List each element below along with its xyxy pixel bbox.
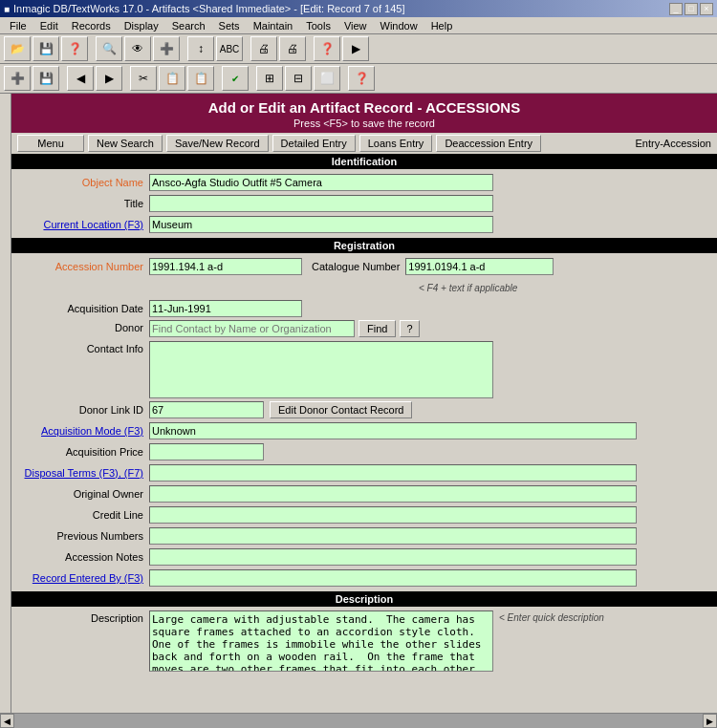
credit-line-label: Credit Line <box>15 509 149 521</box>
description-section-header: Description <box>11 591 717 607</box>
tb-print1-button[interactable]: 🖨 <box>250 36 277 61</box>
tb2-back-button[interactable]: ◀ <box>67 66 94 91</box>
minimize-button[interactable]: _ <box>669 3 683 15</box>
registration-section: Accession Number Catalogue Number < F4 +… <box>11 253 717 591</box>
description-textarea[interactable]: Large camera with adjustable stand. The … <box>149 610 493 672</box>
question-button[interactable]: ? <box>400 320 419 337</box>
record-entered-input[interactable] <box>149 569 637 587</box>
acquisition-date-label: Acquisition Date <box>15 303 149 314</box>
menu-edit[interactable]: Edit <box>34 19 64 32</box>
tb2-spell-button[interactable]: ✔ <box>222 66 249 91</box>
tb-search-button[interactable]: 🔍 <box>96 36 122 61</box>
scroll-right-button[interactable]: ▶ <box>703 714 717 728</box>
find-button[interactable]: Find <box>358 320 396 337</box>
title-bar: ■ Inmagic DB/TextWorks 17.0 - Artifacts … <box>0 0 717 17</box>
menu-window[interactable]: Window <box>375 19 424 32</box>
tb2-help3-button[interactable]: ❓ <box>348 66 375 91</box>
disposal-terms-label[interactable]: Disposal Terms (F3), (F7) <box>15 467 149 479</box>
tb-browse-button[interactable]: 👁 <box>124 36 151 61</box>
menu-button[interactable]: Menu <box>17 135 84 152</box>
window-title: Inmagic DB/TextWorks 17.0 - Artifacts <S… <box>13 3 404 14</box>
horizontal-scrollbar[interactable]: ◀ ▶ <box>0 713 717 728</box>
contact-info-label: Contact Info <box>15 341 149 354</box>
tb2-copy-button[interactable]: 📋 <box>159 66 185 91</box>
acquisition-price-input[interactable] <box>149 443 264 460</box>
acquisition-mode-input[interactable] <box>149 422 637 439</box>
title-label: Title <box>15 198 149 209</box>
tb-help-button[interactable]: ❓ <box>61 36 88 61</box>
tb2-new-button[interactable]: ➕ <box>4 66 31 91</box>
contact-info-textarea[interactable] <box>149 341 493 398</box>
description-section: Description Large camera with adjustable… <box>11 607 717 675</box>
tb2-save2-button[interactable]: 💾 <box>33 66 59 91</box>
accession-notes-input[interactable] <box>149 548 637 566</box>
title-input[interactable] <box>149 195 493 212</box>
current-location-label[interactable]: Current Location (F3) <box>15 219 149 230</box>
content-area[interactable]: Add or Edit an Artifact Record - ACCESSI… <box>11 94 717 713</box>
f4-hint: < F4 + text if applicable <box>419 283 517 293</box>
record-entered-label[interactable]: Record Entered By (F3) <box>15 572 149 584</box>
tb2-table1-button[interactable]: ⊞ <box>256 66 283 91</box>
object-name-input[interactable] <box>149 174 493 191</box>
menu-view[interactable]: View <box>338 19 373 32</box>
scroll-left-button[interactable]: ◀ <box>0 714 14 728</box>
credit-line-input[interactable] <box>149 506 637 524</box>
toolbar-row2: ➕ 💾 ◀ ▶ ✂ 📋 📋 ✔ ⊞ ⊟ ⬜ ❓ <box>0 64 717 94</box>
menu-file[interactable]: File <box>4 19 33 32</box>
catalogue-number-label: Catalogue Number <box>312 261 400 272</box>
object-name-label: Object Name <box>15 177 149 188</box>
menu-search[interactable]: Search <box>166 19 211 32</box>
donor-label: Donor <box>15 320 149 333</box>
current-location-input[interactable] <box>149 216 493 233</box>
tb-sort-button[interactable]: ↕ <box>187 36 214 61</box>
save-new-button[interactable]: Save/New Record <box>166 135 269 152</box>
action-buttons-row: Menu New Search Save/New Record Detailed… <box>17 135 541 152</box>
tb2-forward-button[interactable]: ▶ <box>96 66 122 91</box>
tb2-paste-button[interactable]: 📋 <box>187 66 214 91</box>
close-button[interactable]: × <box>700 3 713 15</box>
tb-print2-button[interactable]: 🖨 <box>279 36 306 61</box>
deaccession-entry-button[interactable]: Deaccession Entry <box>436 135 541 152</box>
accession-number-input[interactable] <box>149 258 302 275</box>
menu-help[interactable]: Help <box>425 19 459 32</box>
record-subheader: Press <F5> to save the record <box>11 118 717 133</box>
tb2-table2-button[interactable]: ⊟ <box>285 66 312 91</box>
menu-sets[interactable]: Sets <box>213 19 246 32</box>
toolbar-row1: 📂 💾 ❓ 🔍 👁 ➕ ↕ ABC 🖨 🖨 ❓ ▶ <box>0 34 717 64</box>
tb-help2-button[interactable]: ❓ <box>314 36 340 61</box>
tb-arrow-button[interactable]: ▶ <box>342 36 369 61</box>
previous-numbers-input[interactable] <box>149 527 637 545</box>
tb-save-button[interactable]: 💾 <box>33 36 59 61</box>
tb-abc-button[interactable]: ABC <box>216 36 243 61</box>
menu-maintain[interactable]: Maintain <box>248 19 299 32</box>
accession-number-label: Accession Number <box>15 261 149 272</box>
scroll-track[interactable] <box>14 714 703 728</box>
edit-donor-button[interactable]: Edit Donor Contact Record <box>270 401 412 418</box>
acquisition-price-label: Acquisition Price <box>15 446 149 458</box>
acquisition-mode-label[interactable]: Acquisition Mode (F3) <box>15 425 149 437</box>
new-search-button[interactable]: New Search <box>88 135 163 152</box>
tb-add-button[interactable]: ➕ <box>153 36 180 61</box>
donor-link-id-input[interactable] <box>149 401 264 418</box>
record-header: Add or Edit an Artifact Record - ACCESSI… <box>11 94 717 118</box>
acquisition-date-input[interactable] <box>149 300 302 317</box>
detailed-entry-button[interactable]: Detailed Entry <box>272 135 356 152</box>
loans-entry-button[interactable]: Loans Entry <box>359 135 433 152</box>
menu-bar: File Edit Records Display Search Sets Ma… <box>0 17 717 34</box>
tb-open-button[interactable]: 📂 <box>4 36 31 61</box>
donor-input[interactable] <box>149 320 355 337</box>
menu-display[interactable]: Display <box>119 19 164 32</box>
menu-tools[interactable]: Tools <box>300 19 337 32</box>
restore-button[interactable]: □ <box>684 3 698 15</box>
disposal-terms-input[interactable] <box>149 464 637 482</box>
original-owner-input[interactable] <box>149 485 637 503</box>
donor-link-id-label: Donor Link ID <box>15 404 149 416</box>
entry-type-label: Entry-Accession <box>636 138 711 149</box>
header-subtitle: Press <F5> to save the record <box>293 118 435 129</box>
menu-records[interactable]: Records <box>66 19 117 32</box>
tb2-cut-button[interactable]: ✂ <box>130 66 157 91</box>
tb2-blank-button[interactable]: ⬜ <box>314 66 340 91</box>
original-owner-label: Original Owner <box>15 488 149 500</box>
catalogue-number-input[interactable] <box>405 258 554 275</box>
description-label: Description <box>15 610 149 624</box>
